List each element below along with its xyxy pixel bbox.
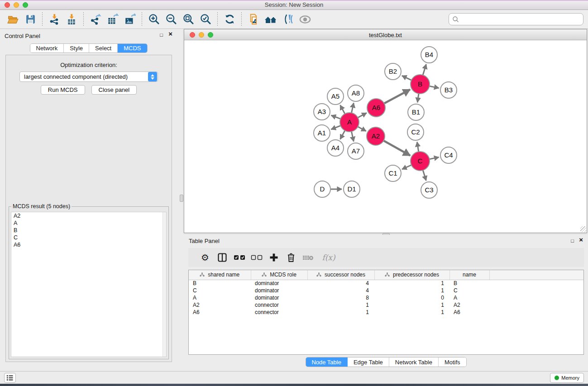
memory-label: Memory (561, 375, 579, 381)
tab-network[interactable]: Network (30, 44, 64, 52)
toggle-style-icon[interactable] (281, 13, 295, 26)
node-A5[interactable]: A5 (327, 88, 344, 105)
svg-text:C: C (418, 157, 423, 165)
network-window-title: testGlobe.txt (184, 32, 587, 38)
table-float-icon[interactable]: □ (571, 238, 574, 244)
task-history-button[interactable] (4, 373, 16, 383)
float-panel-icon[interactable]: □ (160, 32, 163, 38)
column-header-successor-nodes[interactable]: successor nodes (307, 270, 374, 280)
delete-column-icon[interactable] (282, 251, 300, 264)
network-window-titlebar[interactable]: testGlobe.txt (184, 29, 587, 40)
add-column-icon[interactable] (265, 251, 282, 264)
criterion-dropdown[interactable]: largest connected component (directed) (19, 71, 158, 82)
svg-text:A5: A5 (331, 92, 339, 100)
table-row[interactable]: Adominator80A (189, 294, 583, 301)
node-A2[interactable]: A2 (367, 127, 385, 145)
table-close-icon[interactable]: × (579, 237, 583, 243)
node-C1[interactable]: C1 (385, 165, 401, 181)
svg-text:A6: A6 (372, 104, 380, 111)
network-canvas[interactable]: AA1A3A5A8A4A7A6A2BB2B4B3B1CC2C4C1C3DD1 (184, 41, 587, 233)
vertical-splitter-handle[interactable] (180, 195, 183, 202)
node-A8[interactable]: A8 (348, 85, 364, 101)
save-session-icon[interactable] (24, 13, 37, 26)
table-row[interactable]: A2connector11A2 (189, 301, 583, 309)
close-panel-button[interactable]: Close panel (91, 85, 137, 95)
zoom-out-icon[interactable] (164, 13, 178, 26)
result-item-a2[interactable]: A2 (11, 212, 166, 219)
node-C[interactable]: C (411, 152, 430, 171)
table-row[interactable]: Cdominator41C (189, 287, 583, 294)
export-table-icon[interactable] (106, 13, 120, 26)
node-D[interactable]: D (314, 181, 330, 197)
clone-network-icon[interactable] (247, 13, 260, 26)
table-settings-icon[interactable]: ⚙ (196, 251, 214, 264)
column-header-name[interactable]: name (449, 270, 489, 280)
column-header-predecessor-nodes[interactable]: predecessor nodes (374, 270, 449, 280)
node-A6[interactable]: A6 (367, 99, 385, 117)
result-item-b[interactable]: B (11, 227, 166, 234)
deselect-all-icon[interactable] (248, 251, 265, 264)
zoom-fit-icon[interactable] (182, 13, 195, 26)
apply-function-icon[interactable]: f(x) (317, 251, 340, 264)
node-D1[interactable]: D1 (344, 181, 360, 197)
column-header-mcds-role[interactable]: MCDS role (251, 270, 307, 280)
column-visibility-icon[interactable] (214, 251, 231, 264)
node-B4[interactable]: B4 (421, 47, 437, 63)
memory-button[interactable]: Memory (550, 373, 584, 383)
close-panel-icon[interactable]: × (168, 31, 172, 37)
table-tab-motifs[interactable]: Motifs (439, 357, 466, 367)
export-image-icon[interactable] (123, 13, 137, 26)
result-item-a[interactable]: A (11, 219, 166, 227)
svg-text:A: A (347, 118, 352, 126)
node-C3[interactable]: C3 (421, 182, 437, 198)
import-network-icon[interactable] (48, 13, 61, 26)
delete-table-icon[interactable] (300, 251, 317, 264)
select-all-icon[interactable] (231, 251, 248, 264)
result-item-c[interactable]: C (11, 234, 166, 241)
table-row[interactable]: A6connector11A6 (189, 309, 583, 316)
resize-grip-icon[interactable] (580, 226, 586, 232)
zoom-in-icon[interactable] (147, 13, 161, 26)
node-A1[interactable]: A1 (314, 125, 330, 141)
table-tab-node-table[interactable]: Node Table (306, 357, 348, 367)
table-row[interactable]: Bdominator41B (189, 280, 583, 287)
search-field[interactable] (449, 13, 583, 25)
node-B[interactable]: B (411, 75, 430, 94)
network-canvas-svg: AA1A3A5A8A4A7A6A2BB2B4B3B1CC2C4C1C3DD1 (184, 41, 587, 233)
node-B3[interactable]: B3 (440, 82, 457, 98)
node-A4[interactable]: A4 (327, 140, 344, 156)
tab-mcds[interactable]: MCDS (118, 44, 147, 52)
search-input[interactable] (459, 15, 583, 24)
node-A3[interactable]: A3 (314, 104, 330, 120)
result-scrollbar[interactable] (163, 212, 166, 357)
svg-text:C1: C1 (388, 169, 397, 177)
toolbar-separator (42, 12, 43, 27)
run-mcds-button[interactable]: Run MCDS (41, 85, 85, 95)
svg-text:A3: A3 (318, 108, 326, 115)
mcds-result-list[interactable]: A2ABCA6 (11, 212, 167, 357)
tab-select[interactable]: Select (89, 44, 118, 52)
node-B1[interactable]: B1 (408, 104, 424, 120)
zoom-selected-icon[interactable] (199, 13, 212, 26)
tab-style[interactable]: Style (64, 44, 89, 52)
result-item-a6[interactable]: A6 (11, 241, 166, 248)
svg-text:A8: A8 (352, 89, 360, 97)
svg-text:A2: A2 (372, 132, 380, 140)
toolbar-separator (83, 12, 84, 27)
optimization-criterion-label: Optimization criterion: (6, 62, 172, 68)
table-tab-edge-table[interactable]: Edge Table (348, 357, 389, 367)
node-B2[interactable]: B2 (385, 63, 401, 80)
open-session-icon[interactable] (6, 13, 20, 26)
home-icon[interactable] (264, 13, 277, 26)
column-header-shared-name[interactable]: shared name (189, 270, 251, 280)
show-hide-icon[interactable] (298, 13, 312, 26)
import-table-icon[interactable] (65, 13, 78, 26)
node-C2[interactable]: C2 (407, 124, 424, 140)
node-A[interactable]: A (340, 113, 359, 132)
refresh-icon[interactable] (223, 13, 236, 26)
table-tab-network-table[interactable]: Network Table (389, 357, 439, 367)
node-A7[interactable]: A7 (348, 143, 364, 159)
node-C4[interactable]: C4 (440, 147, 457, 163)
svg-text:A4: A4 (331, 144, 339, 152)
export-network-icon[interactable] (89, 13, 102, 26)
